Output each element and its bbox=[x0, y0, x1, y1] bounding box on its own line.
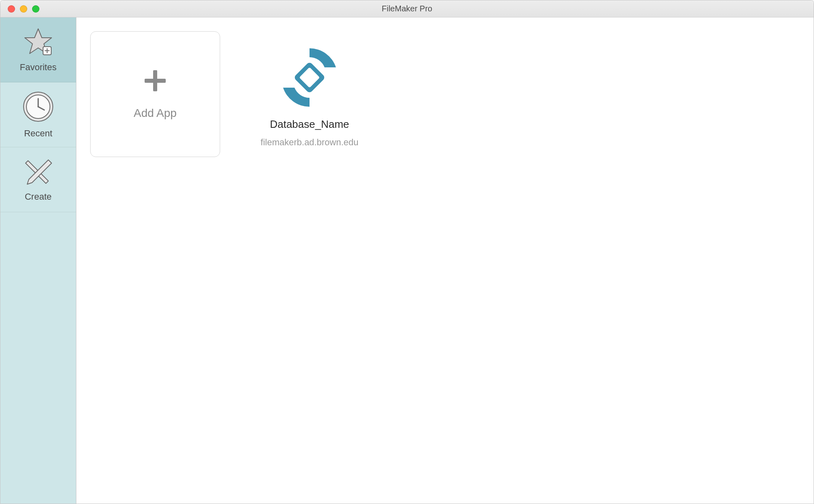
sidebar-item-label: Create bbox=[25, 192, 52, 202]
database-name: Database_Name bbox=[270, 118, 349, 131]
favorite-database-card[interactable]: Database_Name filemakerb.ad.brown.edu bbox=[245, 31, 375, 148]
minimize-button[interactable] bbox=[20, 5, 27, 13]
add-app-label: Add App bbox=[134, 107, 177, 120]
database-host: filemakerb.ad.brown.edu bbox=[261, 137, 359, 148]
add-app-card[interactable]: Add App bbox=[90, 31, 220, 157]
tools-icon bbox=[23, 157, 53, 186]
window-controls bbox=[0, 5, 39, 13]
svg-rect-8 bbox=[145, 79, 166, 83]
sidebar: Favorites Recent bbox=[0, 17, 76, 504]
sidebar-item-create[interactable]: Create bbox=[0, 147, 76, 212]
star-icon bbox=[23, 27, 54, 56]
sidebar-item-label: Favorites bbox=[20, 62, 56, 73]
sidebar-item-favorites[interactable]: Favorites bbox=[0, 17, 76, 82]
app-window: FileMaker Pro Favorites bbox=[0, 0, 814, 504]
titlebar: FileMaker Pro bbox=[0, 0, 814, 17]
content-area: Add App Database_Name bbox=[76, 17, 814, 504]
clock-icon bbox=[22, 91, 54, 123]
zoom-button[interactable] bbox=[32, 5, 39, 13]
close-button[interactable] bbox=[8, 5, 15, 13]
sidebar-item-label: Recent bbox=[24, 128, 52, 139]
window-title: FileMaker Pro bbox=[382, 4, 432, 13]
window-body: Favorites Recent bbox=[0, 17, 814, 504]
filemaker-app-icon bbox=[279, 45, 340, 112]
plus-icon bbox=[143, 69, 167, 95]
sidebar-item-recent[interactable]: Recent bbox=[0, 82, 76, 147]
